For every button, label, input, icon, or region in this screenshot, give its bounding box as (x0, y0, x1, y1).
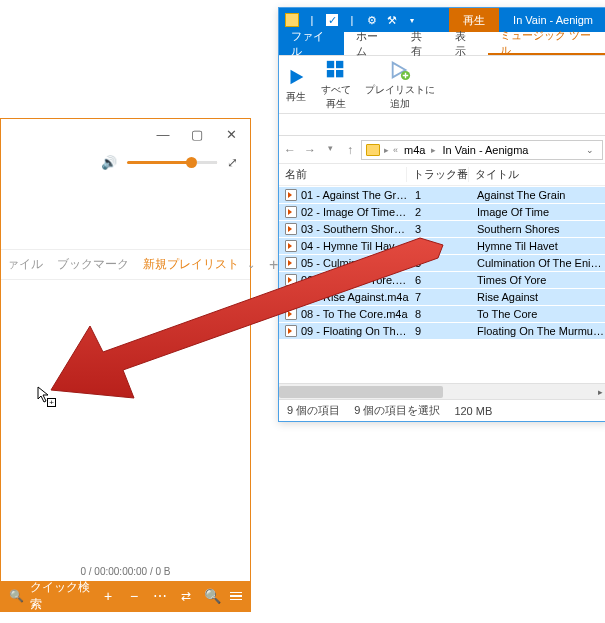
checkbox-icon[interactable]: ✓ (325, 13, 339, 27)
track-title: Rise Against (471, 291, 605, 303)
gear-icon[interactable]: ⚙ (365, 13, 379, 27)
table-row[interactable]: 01 - Against The Grain...1Against The Gr… (279, 186, 605, 203)
playlist-drop-area[interactable]: + 0 / 00:00:00:00 / 0 B (1, 280, 250, 581)
table-row[interactable]: 02 - Image Of Time.m4a2Image Of Time (279, 203, 605, 220)
volume-row: 🔊 ⤢ (1, 149, 250, 175)
chevron-right-icon[interactable]: ▸ (382, 145, 391, 155)
tab-share[interactable]: 共有 (399, 32, 444, 55)
track-title: Times Of Yore (471, 274, 605, 286)
file-name: 08 - To The Core.m4a (301, 308, 409, 320)
table-row[interactable]: 09 - Floating On The ...9Floating On The… (279, 322, 605, 339)
volume-thumb[interactable] (186, 157, 197, 168)
tab-view[interactable]: 表示 (443, 32, 488, 55)
col-track[interactable]: トラック番号 (407, 167, 469, 182)
track-title: Against The Grain (471, 189, 605, 201)
add-tab-button[interactable]: + (269, 256, 278, 274)
audio-file-icon (285, 274, 297, 286)
expand-icon[interactable]: ⤢ (227, 155, 238, 170)
play-button[interactable]: 再生 (285, 66, 307, 104)
table-row[interactable]: 07 - Rise Against.m4a7Rise Against (279, 288, 605, 305)
add-button[interactable]: + (100, 588, 116, 604)
remove-button[interactable]: − (126, 588, 142, 604)
table-row[interactable]: 06 - Times Of Yore.m4a6Times Of Yore (279, 271, 605, 288)
ribbon-body: 再生 すべて 再生 プレイリストに 追加 (279, 56, 605, 114)
audio-file-icon (285, 240, 297, 252)
tab-home[interactable]: ホーム (344, 32, 399, 55)
svg-rect-2 (327, 70, 334, 77)
player-titlebar: — ▢ ✕ (1, 119, 250, 149)
track-number: 8 (409, 308, 471, 320)
drag-cursor-icon: + (37, 386, 53, 407)
speaker-icon[interactable]: 🔊 (101, 155, 117, 170)
more-button[interactable]: ⋯ (152, 588, 168, 604)
audio-file-icon (285, 308, 297, 320)
play-all-button[interactable]: すべて 再生 (321, 59, 351, 111)
file-name: 06 - Times Of Yore.m4a (301, 274, 409, 286)
column-headers: 名前 トラック番号 タイトル (279, 164, 605, 186)
track-number: 6 (409, 274, 471, 286)
col-name[interactable]: 名前 (279, 167, 407, 182)
table-row[interactable]: 05 - Culmination Of T...5Culmination Of … (279, 254, 605, 271)
qat-dropdown-icon[interactable]: ▾ (405, 13, 419, 27)
player-tabs: ァイル ブックマーク 新規プレイリスト ⌄ + (1, 250, 250, 280)
breadcrumb-seg[interactable]: In Vain - Aenigma (438, 144, 532, 156)
qat-sep2: | (345, 13, 359, 27)
tab-bookmark[interactable]: ブックマーク (57, 256, 129, 273)
track-title: To The Core (471, 308, 605, 320)
playlist-counter: 0 / 00:00:00:00 / 0 B (1, 566, 250, 577)
nav-forward-icon[interactable]: → (303, 143, 317, 157)
file-name: 01 - Against The Grain... (301, 189, 409, 201)
scrollbar-thumb[interactable] (279, 386, 443, 398)
tab-new-playlist[interactable]: 新規プレイリスト (143, 256, 239, 273)
audio-file-icon (285, 325, 297, 337)
tab-files[interactable]: ァイル (7, 256, 43, 273)
col-title[interactable]: タイトル (469, 167, 605, 182)
nav-recent-icon[interactable]: ▾ (323, 143, 337, 157)
status-bar: 9 個の項目 9 個の項目を選択 120 MB (279, 399, 605, 421)
audio-file-icon (285, 257, 297, 269)
file-name: 07 - Rise Against.m4a (301, 291, 409, 303)
quick-search[interactable]: 🔍 クイック検索 (9, 579, 90, 613)
minimize-icon[interactable]: — (154, 127, 172, 142)
address-bar[interactable]: ▸ « m4a ▸ In Vain - Aenigma ⌄ (361, 140, 603, 160)
tab-file[interactable]: ファイル (279, 32, 344, 55)
track-number: 2 (409, 206, 471, 218)
track-number: 4 (409, 240, 471, 252)
file-list[interactable]: 01 - Against The Grain...1Against The Gr… (279, 186, 605, 383)
player-bottombar: 🔍 クイック検索 + − ⋯ ⇄ 🔍 (1, 581, 250, 611)
addr-dropdown-icon[interactable]: ⌄ (582, 145, 598, 155)
svg-rect-0 (327, 60, 334, 67)
horizontal-scrollbar[interactable]: ◂ ▸ (279, 383, 605, 399)
table-row[interactable]: 04 - Hymne Til Havet...4Hymne Til Havet (279, 237, 605, 254)
search-icon[interactable]: 🔍 (204, 588, 220, 604)
quick-access-toolbar: | ✓ | ⚙ ⚒ ▾ (279, 13, 425, 27)
folder-icon (285, 13, 299, 27)
close-icon[interactable]: ✕ (222, 127, 240, 142)
tab-music-tools[interactable]: ミュージック ツール (488, 32, 605, 55)
nav-bar: ← → ▾ ↑ ▸ « m4a ▸ In Vain - Aenigma ⌄ (279, 136, 605, 164)
chevron-right-icon[interactable]: « (391, 145, 400, 155)
volume-slider[interactable] (127, 161, 217, 164)
folder-icon (366, 144, 380, 156)
play-all-label: すべて 再生 (321, 83, 351, 111)
scroll-right-icon[interactable]: ▸ (593, 384, 605, 400)
nav-up-icon[interactable]: ↑ (343, 143, 357, 157)
play-label: 再生 (286, 90, 306, 104)
table-row[interactable]: 08 - To The Core.m4a8To The Core (279, 305, 605, 322)
table-row[interactable]: 03 - Southern Shores...3Southern Shores (279, 220, 605, 237)
menu-icon[interactable] (230, 592, 242, 601)
breadcrumb-seg[interactable]: m4a (400, 144, 429, 156)
track-title: Floating On The Murmuri... (471, 325, 605, 337)
track-title: Southern Shores (471, 223, 605, 235)
shuffle-icon[interactable]: ⇄ (178, 589, 194, 603)
audio-file-icon (285, 223, 297, 235)
chevron-right-icon[interactable]: ▸ (429, 145, 438, 155)
explorer-window: | ✓ | ⚙ ⚒ ▾ 再生 In Vain - Aenigm ファイル ホーム… (278, 7, 605, 422)
maximize-icon[interactable]: ▢ (188, 127, 206, 142)
nav-back-icon[interactable]: ← (283, 143, 297, 157)
chevron-down-icon[interactable]: ⌄ (247, 259, 255, 270)
ribbon-tabs: ファイル ホーム 共有 表示 ミュージック ツール (279, 32, 605, 56)
file-name: 02 - Image Of Time.m4a (301, 206, 409, 218)
add-to-playlist-button[interactable]: プレイリストに 追加 (365, 59, 435, 111)
tools-icon[interactable]: ⚒ (385, 13, 399, 27)
